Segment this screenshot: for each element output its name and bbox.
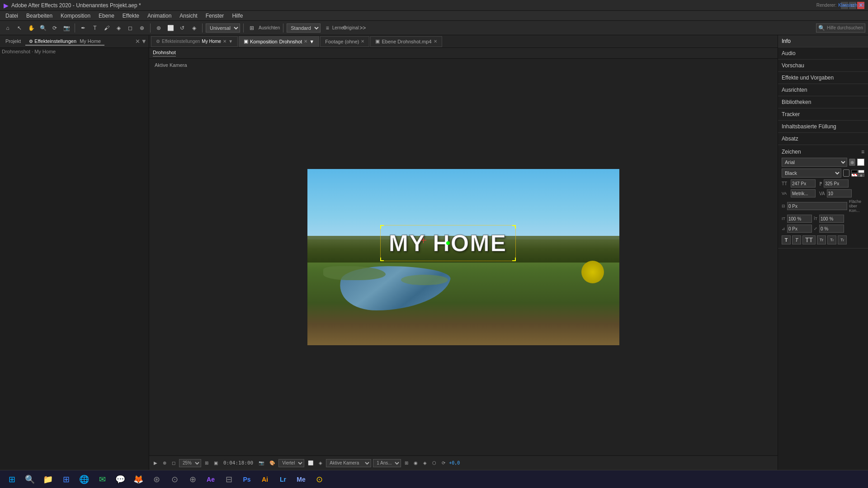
viewer-canvas[interactable]: MY HOME: [307, 169, 619, 345]
right-section-tracker[interactable]: Tracker: [778, 108, 868, 121]
taskbar-ae[interactable]: Ae: [203, 471, 219, 488]
smallcaps-btn[interactable]: Tr: [817, 235, 826, 244]
comp-tab-ebene[interactable]: ▣ Ebene Drohnshot.mp4 ✕: [370, 36, 442, 47]
right-section-info[interactable]: Info: [778, 35, 868, 47]
viewer-btn2[interactable]: ⊕: [161, 460, 168, 466]
pen-tool[interactable]: ✒: [78, 23, 88, 33]
camera-snap-btn[interactable]: 📷: [257, 460, 266, 466]
taskbar-me[interactable]: Me: [293, 471, 309, 488]
font-style-indicator[interactable]: ⊕: [849, 159, 855, 166]
comp-tab-footage[interactable]: Footage (ohne) ✕: [320, 36, 369, 47]
comp-tab-close[interactable]: ✕: [304, 39, 307, 44]
footage-tab-close[interactable]: ✕: [361, 39, 364, 44]
taskbar-store[interactable]: ⊞: [58, 471, 74, 488]
camera-dropdown[interactable]: Aktive Kamera: [326, 459, 371, 467]
mask-tool[interactable]: ◈: [189, 23, 199, 33]
puppet-tool[interactable]: ⊕: [137, 23, 147, 33]
allcaps-btn[interactable]: TT: [802, 235, 816, 244]
viewer-btn3[interactable]: ◻: [170, 460, 177, 466]
taskbar-ps[interactable]: Ps: [239, 471, 255, 488]
taskbar-whatsapp[interactable]: 💬: [112, 471, 128, 488]
cam-tool[interactable]: 📷: [61, 23, 71, 33]
drohnshot-sub-tab[interactable]: Drohnshot: [153, 50, 176, 56]
color-eyedrop[interactable]: ⊕: [858, 174, 864, 177]
text-tool[interactable]: T: [90, 23, 100, 33]
3d2-btn[interactable]: ◈: [317, 460, 324, 466]
baseline-input[interactable]: [787, 225, 812, 233]
taskbar-files[interactable]: 📁: [40, 471, 56, 488]
close-panel-btn[interactable]: ✕: [135, 38, 140, 45]
menu-datei[interactable]: Datei: [2, 12, 22, 20]
snap-btn[interactable]: ⊞: [403, 460, 410, 466]
grid-btn[interactable]: ▣: [212, 460, 220, 466]
home-button[interactable]: ⌂: [3, 23, 13, 33]
search-box[interactable]: 🔍 Hilfe durchsuchen: [816, 23, 865, 33]
menu-ansicht[interactable]: Ansicht: [176, 12, 201, 20]
right-section-inhaltsbasiert[interactable]: Inhaltsbasierte Füllung: [778, 121, 868, 133]
menu-ebene[interactable]: Ebene: [95, 12, 118, 20]
menu-fenster[interactable]: Fenster: [202, 12, 228, 20]
tracking-input[interactable]: [827, 189, 852, 197]
3d-draft-btn[interactable]: ⬡: [430, 460, 438, 466]
zoom-dropdown[interactable]: 25%: [179, 459, 201, 467]
style-dropdown[interactable]: Black: [782, 169, 841, 178]
comp-tab-effekte[interactable]: ⚙ Effekteinstellungen My Home ✕ ▼: [151, 36, 238, 47]
taskbar-search[interactable]: 🔍: [22, 471, 38, 488]
menu-komposition[interactable]: Komposition: [57, 12, 94, 20]
motion-blur-btn[interactable]: ◉: [412, 460, 420, 466]
taskbar-ai[interactable]: Ai: [257, 471, 273, 488]
color-black[interactable]: [851, 170, 858, 173]
right-section-audio[interactable]: Audio: [778, 47, 868, 60]
taskbar-app3[interactable]: ⊕: [184, 471, 201, 488]
taskbar-app5[interactable]: ⊙: [311, 471, 327, 488]
render-btn[interactable]: ◈: [421, 460, 429, 466]
color-white[interactable]: [858, 170, 864, 173]
align-btn[interactable]: ⊞: [247, 23, 257, 33]
taskbar-firefox[interactable]: 🦊: [130, 471, 146, 488]
right-section-absatz[interactable]: Absatz: [778, 133, 868, 145]
stretch-v-input[interactable]: [819, 215, 844, 223]
super-btn[interactable]: Tr: [827, 235, 836, 244]
font-dropdown[interactable]: Arial: [782, 158, 847, 167]
taskbar-app4[interactable]: ⊟: [221, 471, 237, 488]
sub-btn[interactable]: Tr: [838, 235, 847, 244]
view-dropdown[interactable]: 1 Ans...: [373, 459, 401, 467]
tab-projekt[interactable]: Projekt: [2, 38, 24, 46]
font-size-input[interactable]: [791, 179, 816, 188]
right-section-bibliotheken[interactable]: Bibliotheken: [778, 96, 868, 108]
tab-effekteinstellungen[interactable]: ⚙ Effekteinstellungen My Home: [25, 38, 104, 46]
fit-btn[interactable]: ⊞: [203, 460, 210, 466]
zeichen-menu-icon[interactable]: ≡: [861, 149, 864, 155]
ebene-tab-close[interactable]: ✕: [434, 39, 437, 44]
color-transparent[interactable]: [851, 174, 858, 177]
stroke-indicator[interactable]: [843, 169, 849, 177]
mode-dropdown[interactable]: Universal: [206, 23, 240, 33]
brush-tool[interactable]: 🖌: [102, 23, 112, 33]
taskbar-lr[interactable]: Lr: [275, 471, 291, 488]
workspace-menu[interactable]: ≡: [322, 23, 332, 33]
indent-input[interactable]: [787, 202, 847, 210]
taskbar-start[interactable]: ⊞: [4, 471, 20, 488]
color-btn[interactable]: 🎨: [268, 460, 277, 466]
learn-btn[interactable]: Lernen: [334, 23, 344, 33]
menu-bearbeiten[interactable]: Bearbeiten: [23, 12, 56, 20]
right-section-vorschau[interactable]: Vorschau: [778, 60, 868, 72]
skew-input[interactable]: [819, 225, 844, 233]
orbit-tool[interactable]: ⟳: [50, 23, 60, 33]
stamp-tool[interactable]: ◈: [113, 23, 123, 33]
kerning-input[interactable]: [791, 189, 816, 197]
fill-color-swatch[interactable]: [857, 159, 864, 166]
effekte-tab-close[interactable]: ✕: [223, 39, 226, 44]
taskbar-app2[interactable]: ⊙: [166, 471, 183, 488]
menu-animation[interactable]: Animation: [144, 12, 175, 20]
select-tool[interactable]: ↖: [14, 23, 24, 33]
expand-btn[interactable]: >>: [358, 23, 368, 33]
hand-tool[interactable]: ✋: [26, 23, 36, 33]
taskbar-browser[interactable]: 🌐: [76, 471, 92, 488]
eraser-tool[interactable]: ◻: [125, 23, 135, 33]
preview-btn[interactable]: ▶: [152, 460, 159, 466]
comp-tab-drohnshot[interactable]: ▣ Komposition Drohnshot ✕ ▼: [239, 36, 319, 47]
rotate-tool[interactable]: ↺: [177, 23, 187, 33]
comp-tab-menu[interactable]: ▼: [309, 39, 314, 44]
leading-input[interactable]: [824, 179, 849, 188]
